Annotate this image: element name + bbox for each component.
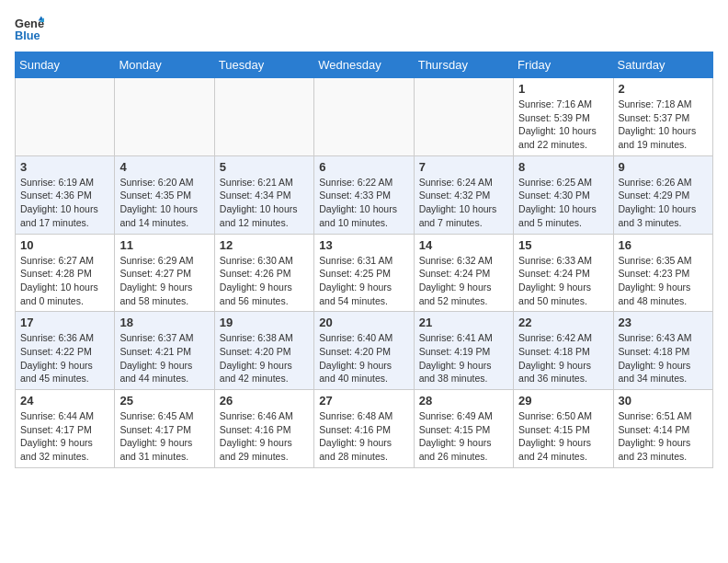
day-number: 7 xyxy=(419,160,508,174)
logo-icon: General Blue xyxy=(15,15,44,44)
calendar-table: SundayMondayTuesdayWednesdayThursdayFrid… xyxy=(15,52,713,468)
day-number: 13 xyxy=(319,238,408,252)
day-number: 18 xyxy=(119,316,209,329)
calendar-day: 25Sunrise: 6:45 AMSunset: 4:17 PMDayligh… xyxy=(115,390,214,468)
calendar-day: 17Sunrise: 6:36 AMSunset: 4:22 PMDayligh… xyxy=(16,312,115,390)
calendar-week-row: 1Sunrise: 7:16 AMSunset: 5:39 PMDaylight… xyxy=(16,78,713,156)
calendar-day xyxy=(115,78,214,156)
calendar-day: 20Sunrise: 6:40 AMSunset: 4:20 PMDayligh… xyxy=(314,312,414,390)
day-info: Sunrise: 6:31 AMSunset: 4:25 PMDaylight:… xyxy=(319,254,408,308)
calendar-week-row: 10Sunrise: 6:27 AMSunset: 4:28 PMDayligh… xyxy=(16,234,713,312)
day-number: 10 xyxy=(20,238,109,252)
calendar-day: 18Sunrise: 6:37 AMSunset: 4:21 PMDayligh… xyxy=(115,312,214,390)
calendar-week-row: 24Sunrise: 6:44 AMSunset: 4:17 PMDayligh… xyxy=(16,390,713,468)
weekday-header-tuesday: Tuesday xyxy=(214,52,313,78)
svg-text:Blue: Blue xyxy=(15,29,40,42)
day-number: 5 xyxy=(220,160,309,174)
calendar-day: 27Sunrise: 6:48 AMSunset: 4:16 PMDayligh… xyxy=(314,390,414,468)
day-number: 24 xyxy=(20,394,109,408)
day-number: 11 xyxy=(119,238,209,252)
day-info: Sunrise: 6:35 AMSunset: 4:23 PMDaylight:… xyxy=(619,254,708,308)
day-info: Sunrise: 6:22 AMSunset: 4:33 PMDaylight:… xyxy=(319,176,408,230)
calendar-day: 5Sunrise: 6:21 AMSunset: 4:34 PMDaylight… xyxy=(214,155,313,234)
day-info: Sunrise: 6:30 AMSunset: 4:26 PMDaylight:… xyxy=(220,254,309,308)
day-info: Sunrise: 6:26 AMSunset: 4:29 PMDaylight:… xyxy=(619,176,708,230)
calendar-day: 16Sunrise: 6:35 AMSunset: 4:23 PMDayligh… xyxy=(613,234,712,312)
day-info: Sunrise: 6:41 AMSunset: 4:19 PMDaylight:… xyxy=(419,331,508,385)
logo: General Blue xyxy=(15,15,44,44)
day-info: Sunrise: 6:25 AMSunset: 4:30 PMDaylight:… xyxy=(518,176,608,230)
calendar-day: 26Sunrise: 6:46 AMSunset: 4:16 PMDayligh… xyxy=(214,390,313,468)
day-info: Sunrise: 6:40 AMSunset: 4:20 PMDaylight:… xyxy=(319,331,408,385)
calendar-day xyxy=(314,78,414,156)
day-number: 30 xyxy=(619,394,708,408)
calendar-week-row: 3Sunrise: 6:19 AMSunset: 4:36 PMDaylight… xyxy=(16,155,713,234)
day-number: 6 xyxy=(319,160,408,174)
calendar-day xyxy=(214,78,313,156)
day-info: Sunrise: 7:16 AMSunset: 5:39 PMDaylight:… xyxy=(518,98,608,152)
calendar-day: 28Sunrise: 6:49 AMSunset: 4:15 PMDayligh… xyxy=(414,390,513,468)
weekday-header-thursday: Thursday xyxy=(414,52,513,78)
day-number: 21 xyxy=(419,316,508,329)
weekday-header-monday: Monday xyxy=(115,52,214,78)
day-number: 28 xyxy=(419,394,508,408)
weekday-header-row: SundayMondayTuesdayWednesdayThursdayFrid… xyxy=(16,52,713,78)
day-info: Sunrise: 6:27 AMSunset: 4:28 PMDaylight:… xyxy=(20,254,109,308)
calendar-day: 13Sunrise: 6:31 AMSunset: 4:25 PMDayligh… xyxy=(314,234,414,312)
weekday-header-sunday: Sunday xyxy=(16,52,115,78)
calendar-day: 22Sunrise: 6:42 AMSunset: 4:18 PMDayligh… xyxy=(514,312,613,390)
day-number: 4 xyxy=(119,160,209,174)
calendar-day: 15Sunrise: 6:33 AMSunset: 4:24 PMDayligh… xyxy=(514,234,613,312)
calendar-day: 10Sunrise: 6:27 AMSunset: 4:28 PMDayligh… xyxy=(16,234,115,312)
calendar-day xyxy=(16,78,115,156)
day-number: 25 xyxy=(119,394,209,408)
day-number: 16 xyxy=(619,238,708,252)
calendar-day: 30Sunrise: 6:51 AMSunset: 4:14 PMDayligh… xyxy=(613,390,712,468)
calendar-day: 2Sunrise: 7:18 AMSunset: 5:37 PMDaylight… xyxy=(613,78,712,156)
calendar-week-row: 17Sunrise: 6:36 AMSunset: 4:22 PMDayligh… xyxy=(16,312,713,390)
day-number: 9 xyxy=(619,160,708,174)
day-info: Sunrise: 6:50 AMSunset: 4:15 PMDaylight:… xyxy=(518,409,608,464)
day-info: Sunrise: 6:51 AMSunset: 4:14 PMDaylight:… xyxy=(619,409,708,464)
calendar-day: 24Sunrise: 6:44 AMSunset: 4:17 PMDayligh… xyxy=(16,390,115,468)
calendar-day: 4Sunrise: 6:20 AMSunset: 4:35 PMDaylight… xyxy=(115,155,214,234)
calendar-day: 23Sunrise: 6:43 AMSunset: 4:18 PMDayligh… xyxy=(613,312,712,390)
day-info: Sunrise: 6:45 AMSunset: 4:17 PMDaylight:… xyxy=(119,409,209,464)
day-number: 3 xyxy=(20,160,109,174)
calendar-day: 21Sunrise: 6:41 AMSunset: 4:19 PMDayligh… xyxy=(414,312,513,390)
calendar-day: 8Sunrise: 6:25 AMSunset: 4:30 PMDaylight… xyxy=(514,155,613,234)
day-number: 14 xyxy=(419,238,508,252)
day-number: 26 xyxy=(220,394,309,408)
day-info: Sunrise: 6:20 AMSunset: 4:35 PMDaylight:… xyxy=(119,176,209,230)
day-info: Sunrise: 6:37 AMSunset: 4:21 PMDaylight:… xyxy=(119,331,209,385)
calendar-day xyxy=(414,78,513,156)
day-number: 19 xyxy=(220,316,309,329)
day-number: 17 xyxy=(20,316,109,329)
day-info: Sunrise: 6:46 AMSunset: 4:16 PMDaylight:… xyxy=(220,409,309,464)
day-number: 2 xyxy=(619,82,708,96)
weekday-header-saturday: Saturday xyxy=(613,52,712,78)
calendar-day: 6Sunrise: 6:22 AMSunset: 4:33 PMDaylight… xyxy=(314,155,414,234)
calendar-day: 7Sunrise: 6:24 AMSunset: 4:32 PMDaylight… xyxy=(414,155,513,234)
day-info: Sunrise: 6:21 AMSunset: 4:34 PMDaylight:… xyxy=(220,176,309,230)
calendar-day: 12Sunrise: 6:30 AMSunset: 4:26 PMDayligh… xyxy=(214,234,313,312)
day-info: Sunrise: 6:36 AMSunset: 4:22 PMDaylight:… xyxy=(20,331,109,385)
calendar-day: 9Sunrise: 6:26 AMSunset: 4:29 PMDaylight… xyxy=(613,155,712,234)
day-number: 20 xyxy=(319,316,408,329)
calendar-day: 1Sunrise: 7:16 AMSunset: 5:39 PMDaylight… xyxy=(514,78,613,156)
day-info: Sunrise: 6:38 AMSunset: 4:20 PMDaylight:… xyxy=(220,331,309,385)
page-header: General Blue xyxy=(15,15,713,44)
calendar-day: 14Sunrise: 6:32 AMSunset: 4:24 PMDayligh… xyxy=(414,234,513,312)
day-info: Sunrise: 6:19 AMSunset: 4:36 PMDaylight:… xyxy=(20,176,109,230)
day-number: 22 xyxy=(518,316,608,329)
calendar-day: 3Sunrise: 6:19 AMSunset: 4:36 PMDaylight… xyxy=(16,155,115,234)
calendar-day: 19Sunrise: 6:38 AMSunset: 4:20 PMDayligh… xyxy=(214,312,313,390)
day-info: Sunrise: 6:43 AMSunset: 4:18 PMDaylight:… xyxy=(619,331,708,385)
day-info: Sunrise: 6:29 AMSunset: 4:27 PMDaylight:… xyxy=(119,254,209,308)
day-info: Sunrise: 6:48 AMSunset: 4:16 PMDaylight:… xyxy=(319,409,408,464)
day-info: Sunrise: 6:32 AMSunset: 4:24 PMDaylight:… xyxy=(419,254,508,308)
day-info: Sunrise: 7:18 AMSunset: 5:37 PMDaylight:… xyxy=(619,98,708,152)
day-info: Sunrise: 6:49 AMSunset: 4:15 PMDaylight:… xyxy=(419,409,508,464)
day-number: 27 xyxy=(319,394,408,408)
day-number: 29 xyxy=(518,394,608,408)
